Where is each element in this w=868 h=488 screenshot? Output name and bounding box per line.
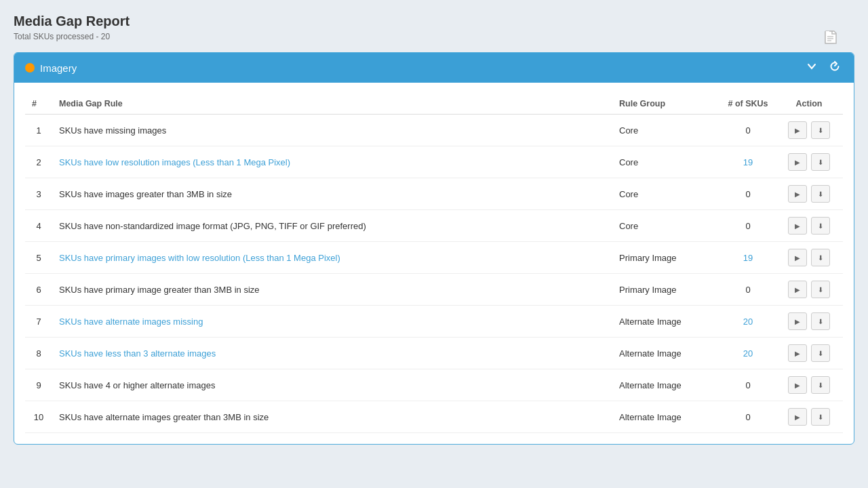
table-row: 3SKUs have images greater than 3MB in si…: [25, 178, 843, 210]
download-button[interactable]: [811, 153, 830, 171]
row-num: 5: [25, 242, 52, 274]
status-dot: [25, 63, 35, 73]
download-button[interactable]: [811, 344, 830, 362]
play-button[interactable]: [788, 249, 807, 266]
play-button[interactable]: [788, 312, 807, 330]
table-row: 7SKUs have alternate images missingAlter…: [25, 306, 843, 338]
row-num: 7: [25, 306, 52, 338]
row-skus: 0: [721, 369, 775, 401]
download-icon: [818, 253, 823, 262]
collapse-button[interactable]: [804, 60, 820, 76]
refresh-button[interactable]: [827, 60, 843, 76]
row-rule: SKUs have non-standardized image format …: [52, 210, 612, 242]
download-button[interactable]: [811, 249, 830, 266]
table-header-row: # Media Gap Rule Rule Group # of SKUs Ac…: [25, 94, 843, 115]
download-button[interactable]: [811, 312, 830, 330]
table-row: 1SKUs have missing imagesCore0: [25, 115, 843, 146]
download-button[interactable]: [811, 217, 830, 235]
row-rule: SKUs have alternate images missing: [52, 306, 612, 338]
col-header-action: Action: [775, 94, 843, 115]
row-skus: 19: [721, 146, 775, 178]
play-button[interactable]: [788, 408, 807, 426]
download-icon: [818, 285, 823, 293]
refresh-icon: [829, 61, 840, 72]
skus-header-text: # of SKUs: [728, 99, 768, 108]
row-rule: SKUs have images greater than 3MB in siz…: [52, 178, 612, 210]
table-row: 6SKUs have primary image greater than 3M…: [25, 274, 843, 306]
play-button[interactable]: [788, 121, 807, 139]
table-row: 5SKUs have primary images with low resol…: [25, 242, 843, 274]
play-button[interactable]: [788, 344, 807, 362]
rule-link[interactable]: SKUs have primary images with low resolu…: [59, 253, 340, 263]
download-button[interactable]: [811, 376, 830, 394]
table-row: 8SKUs have less than 3 alternate imagesA…: [25, 338, 843, 369]
play-icon: [795, 222, 800, 230]
row-group: Alternate Image: [612, 306, 721, 338]
col-header-num: #: [25, 94, 52, 115]
row-skus: 0: [721, 210, 775, 242]
page-title: Media Gap Report: [14, 14, 854, 29]
download-button[interactable]: [811, 185, 830, 203]
row-rule: SKUs have low resolution images (Less th…: [52, 146, 612, 178]
row-skus: 0: [721, 115, 775, 146]
row-action: [775, 338, 843, 369]
play-icon: [795, 413, 800, 421]
row-group: Primary Image: [612, 242, 721, 274]
row-num: 2: [25, 146, 52, 178]
play-icon: [795, 158, 800, 166]
download-icon: [818, 190, 823, 198]
row-group: Primary Image: [612, 274, 721, 306]
row-rule: SKUs have missing images: [52, 115, 612, 146]
row-skus: 20: [721, 306, 775, 338]
download-icon: [818, 413, 823, 421]
play-icon: [795, 317, 800, 325]
play-button[interactable]: [788, 153, 807, 171]
play-icon: [795, 349, 800, 357]
row-group: Core: [612, 210, 721, 242]
chevron-down-icon: [806, 61, 817, 72]
download-button[interactable]: [811, 408, 830, 426]
imagery-card: Imagery #: [14, 52, 854, 445]
play-icon: [795, 190, 800, 198]
row-action: [775, 306, 843, 338]
play-button[interactable]: [788, 376, 807, 394]
play-button[interactable]: [788, 185, 807, 203]
row-rule: SKUs have primary image greater than 3MB…: [52, 274, 612, 306]
row-num: 1: [25, 115, 52, 146]
row-group: Core: [612, 146, 721, 178]
row-action: [775, 274, 843, 306]
row-group: Core: [612, 115, 721, 146]
table-row: 2SKUs have low resolution images (Less t…: [25, 146, 843, 178]
row-action: [775, 178, 843, 210]
row-rule: SKUs have primary images with low resolu…: [52, 242, 612, 274]
row-action: [775, 369, 843, 401]
row-num: 9: [25, 369, 52, 401]
card-header-left: Imagery: [25, 62, 77, 74]
row-num: 8: [25, 338, 52, 369]
export-icon: [823, 30, 838, 45]
download-button[interactable]: [811, 281, 830, 298]
row-rule: SKUs have alternate images greater than …: [52, 401, 612, 433]
row-skus: 0: [721, 178, 775, 210]
row-skus: 0: [721, 274, 775, 306]
rule-link[interactable]: SKUs have low resolution images (Less th…: [59, 157, 290, 167]
rule-link[interactable]: SKUs have less than 3 alternate images: [59, 348, 216, 359]
row-action: [775, 210, 843, 242]
row-group: Alternate Image: [612, 401, 721, 433]
row-num: 10: [25, 401, 52, 433]
play-button[interactable]: [788, 281, 807, 298]
card-header: Imagery: [14, 53, 854, 83]
row-skus: 19: [721, 242, 775, 274]
row-group: Alternate Image: [612, 338, 721, 369]
page-header: Media Gap Report Total SKUs processed - …: [14, 14, 854, 41]
export-button[interactable]: [821, 27, 841, 49]
section-title: Imagery: [40, 62, 77, 74]
download-icon: [818, 222, 823, 230]
row-group: Core: [612, 178, 721, 210]
play-button[interactable]: [788, 217, 807, 235]
download-icon: [818, 381, 823, 389]
rule-link[interactable]: SKUs have alternate images missing: [59, 317, 203, 327]
download-button[interactable]: [811, 121, 830, 139]
row-action: [775, 242, 843, 274]
play-icon: [795, 253, 800, 262]
